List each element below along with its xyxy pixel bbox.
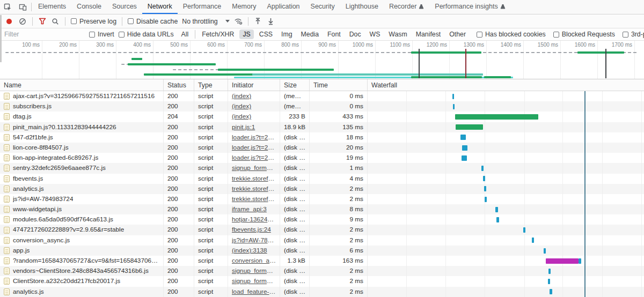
table-row[interactable]: conversion_async.js200scriptjs?id=AW-784…	[0, 235, 644, 246]
cell-initiator: conversion_asy…	[228, 256, 280, 266]
initiator-link[interactable]: pinit.js:1	[232, 122, 276, 132]
initiator-link[interactable]: signup_forms.d…	[232, 163, 276, 173]
initiator-link[interactable]: hotjar-1362443.…	[232, 214, 276, 225]
initiator-link[interactable]: (index)	[232, 112, 276, 122]
table-row[interactable]: subscribers.js200script(index)(memo…0 ms	[0, 101, 644, 112]
filter-type-ws[interactable]: WS	[367, 29, 384, 39]
throttling-select[interactable]: No throttling	[182, 18, 229, 25]
table-row[interactable]: modules.6a5da0d590df764ca613.js200script…	[0, 214, 644, 225]
table-row[interactable]: js?id=AW-784983724200scripttrekkie.store…	[0, 194, 644, 204]
tab-network[interactable]: Network	[142, 0, 178, 14]
column-header-name[interactable]: Name	[0, 79, 164, 91]
filter-type-wasm[interactable]: Wasm	[385, 29, 410, 39]
tab-recorder[interactable]: Recorder	[384, 0, 429, 14]
export-har-button[interactable]	[267, 17, 275, 26]
preserve-log-checkbox[interactable]: Preserve log	[71, 18, 116, 25]
filter-type-other[interactable]: Other	[446, 29, 469, 39]
overview-event-line	[605, 49, 606, 78]
left-scrollbar-strip[interactable]	[0, 15, 2, 62]
initiator-link[interactable]: loader.js?t=202…	[232, 143, 276, 153]
table-row[interactable]: ajax-cart.js?v=3125966759275511721165721…	[0, 91, 644, 101]
network-conditions-button[interactable]	[234, 17, 243, 26]
invert-checkbox[interactable]: Invert	[89, 31, 114, 38]
3rd-party-requests-checkbox[interactable]: 3rd-party requests	[623, 31, 644, 38]
initiator-link[interactable]: loader.js?t=202…	[232, 153, 276, 163]
initiator-link[interactable]: (index)	[232, 101, 276, 112]
filter-type-js[interactable]: JS	[239, 29, 253, 39]
filter-type-font[interactable]: Font	[324, 29, 344, 39]
column-header-size[interactable]: Size	[280, 79, 310, 91]
table-row[interactable]: 547-d2f1bfe.js200scriptloader.js?t=202…(…	[0, 132, 644, 143]
cell-size: (disk ca…	[280, 194, 310, 204]
table-row[interactable]: vendors~ClientStore.248c8843a456574316b6…	[0, 266, 644, 276]
cell-size: (disk ca…	[280, 214, 310, 225]
network-overview-timeline[interactable]: 100 ms200 ms300 ms400 ms500 ms600 ms700 …	[0, 41, 644, 79]
device-toolbar-icon[interactable]	[15, 0, 30, 14]
table-row[interactable]: lion-core-8f84507.js200scriptloader.js?t…	[0, 143, 644, 153]
initiator-link[interactable]: load_feature-3…	[232, 287, 276, 297]
filter-type-img[interactable]: Img	[278, 29, 296, 39]
table-row[interactable]: dtag.js204script(index)233 B433 ms	[0, 112, 644, 122]
table-row[interactable]: analytics.js200scripttrekkie.storefro…(d…	[0, 184, 644, 194]
initiator-link[interactable]: loader.js?t=202…	[232, 132, 276, 143]
filter-type-fetch-xhr[interactable]: Fetch/XHR	[199, 29, 237, 39]
table-row[interactable]: ?random=1658437065727&cv=9&fst=165843706…	[0, 256, 644, 266]
table-row[interactable]: lion-app-integrated-6c89267.js200scriptl…	[0, 153, 644, 163]
initiator-link[interactable]: js?id=AW-78498…	[232, 235, 276, 246]
tab-performance-insights[interactable]: Performance insights	[429, 0, 510, 14]
disable-cache-checkbox[interactable]: Disable cache	[128, 18, 178, 25]
tab-security[interactable]: Security	[305, 0, 340, 14]
column-header-type[interactable]: Type	[194, 79, 228, 91]
column-header-status[interactable]: Status	[164, 79, 194, 91]
table-row[interactable]: app.js200script(index):3138(disk ca…6 ms	[0, 246, 644, 256]
filter-type-manifest[interactable]: Manifest	[413, 29, 444, 39]
filter-input[interactable]	[4, 31, 85, 38]
table-row[interactable]: analytics.js200scriptload_feature-3…(dis…	[0, 287, 644, 297]
table-row[interactable]: ClientStore.a232c20dd217fcb20017.js200sc…	[0, 276, 644, 286]
initiator-link[interactable]: trekkie.storefro…	[232, 174, 276, 184]
initiator-link[interactable]: trekkie.storefro…	[232, 194, 276, 204]
cell-time: 19 ms	[310, 153, 368, 163]
table-row[interactable]: fbevents.js200scripttrekkie.storefro…(di…	[0, 174, 644, 184]
column-header-time[interactable]: Time	[310, 79, 368, 91]
tab-lighthouse[interactable]: Lighthouse	[340, 0, 384, 14]
cell-waterfall	[368, 143, 644, 153]
tab-performance[interactable]: Performance	[178, 0, 227, 14]
initiator-link[interactable]: (index):3138	[232, 246, 276, 256]
inspect-element-icon[interactable]	[0, 0, 15, 14]
tab-sources[interactable]: Sources	[107, 0, 142, 14]
column-header-initiator[interactable]: Initiator	[228, 79, 280, 91]
initiator-link[interactable]: signup_forms.d…	[232, 266, 276, 276]
table-row[interactable]: pinit_main.js?0.11331283944444226200scri…	[0, 122, 644, 132]
initiator-link[interactable]: signup_forms.d…	[232, 276, 276, 286]
has-blocked-cookies-checkbox[interactable]: Has blocked cookies	[477, 31, 546, 38]
import-har-button[interactable]	[254, 17, 262, 26]
script-file-icon	[4, 124, 10, 131]
ruler-gridline	[634, 41, 635, 79]
cell-name: 547-d2f1bfe.js	[0, 132, 164, 143]
filter-type-css[interactable]: CSS	[256, 29, 276, 39]
filter-type-media[interactable]: Media	[298, 29, 323, 39]
table-row[interactable]: sentry.32defc2659e6aaee877c.js200scripts…	[0, 163, 644, 173]
blocked-requests-checkbox[interactable]: Blocked Requests	[553, 31, 615, 38]
initiator-link[interactable]: iframe_api:3	[232, 204, 276, 214]
table-row[interactable]: 4747217260222889?v=2.9.65&r=stable200scr…	[0, 225, 644, 235]
initiator-link[interactable]: fbevents.js:24	[232, 225, 276, 235]
table-row[interactable]: www-widgetapi.js200scriptiframe_api:3(di…	[0, 204, 644, 214]
record-button[interactable]	[6, 19, 12, 24]
clear-button[interactable]	[18, 17, 27, 26]
filter-toggle-button[interactable]	[38, 17, 47, 26]
tab-elements[interactable]: Elements	[33, 0, 71, 14]
hide-data-urls-checkbox[interactable]: Hide data URLs	[119, 31, 174, 38]
filter-type-doc[interactable]: Doc	[346, 29, 364, 39]
tab-console[interactable]: Console	[71, 0, 107, 14]
initiator-link[interactable]: trekkie.storefro…	[232, 184, 276, 194]
filter-type-all[interactable]: All	[178, 29, 192, 39]
search-button[interactable]	[51, 17, 60, 26]
initiator-link[interactable]: (index)	[232, 91, 276, 101]
cell-waterfall	[368, 112, 644, 122]
tab-memory[interactable]: Memory	[226, 0, 261, 14]
column-header-waterfall[interactable]: Waterfall	[368, 79, 644, 91]
tab-application[interactable]: Application	[261, 0, 305, 14]
initiator-link[interactable]: conversion_asy…	[232, 256, 276, 266]
